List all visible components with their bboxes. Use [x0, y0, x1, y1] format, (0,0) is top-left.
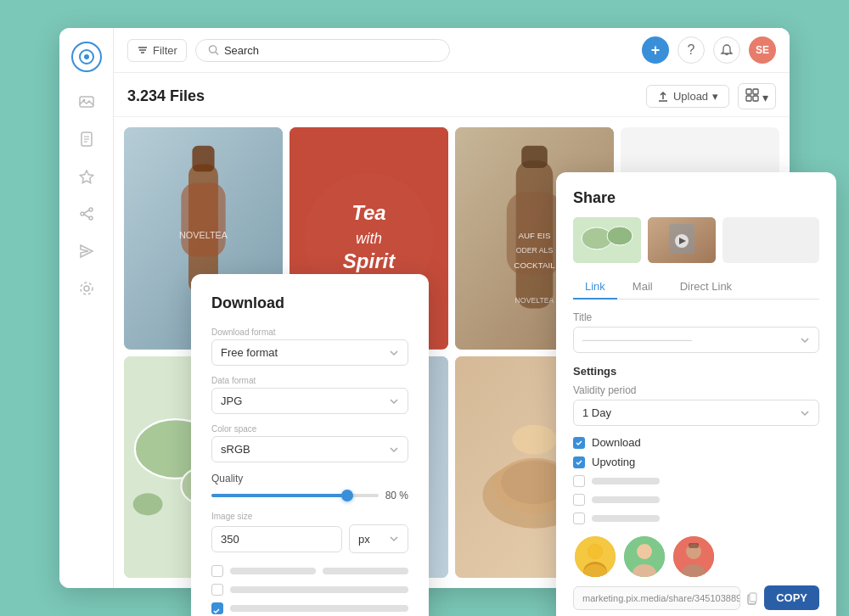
- share-avatar-2[interactable]: [622, 535, 666, 579]
- search-bar[interactable]: [195, 39, 450, 62]
- share-title-label: Title: [573, 311, 819, 323]
- svg-text:Tea: Tea: [351, 201, 385, 224]
- svg-point-10: [81, 212, 84, 216]
- share-checkbox-5-label: [592, 515, 660, 522]
- svg-marker-9: [80, 171, 93, 183]
- svg-rect-93: [689, 543, 699, 548]
- quality-slider[interactable]: [211, 494, 379, 497]
- share-link-row: marketing.pix.media/share/345103889634..…: [573, 585, 819, 610]
- share-link-input[interactable]: marketing.pix.media/share/345103889634..…: [573, 586, 740, 610]
- download-format-label: Download format: [211, 328, 408, 337]
- share-checkbox-5[interactable]: [573, 512, 585, 524]
- validity-value: 1 Day: [582, 406, 611, 419]
- svg-point-58: [133, 493, 163, 515]
- notifications-button[interactable]: [713, 36, 740, 64]
- image-unit-value: px: [358, 533, 370, 546]
- checkbox-2[interactable]: [211, 584, 223, 596]
- share-thumb-filler: [722, 217, 819, 263]
- color-space-select[interactable]: sRGB: [211, 436, 408, 462]
- checkbox-3[interactable]: [211, 602, 223, 614]
- search-input[interactable]: [224, 44, 437, 57]
- share-download-checkbox[interactable]: [573, 437, 585, 449]
- share-avatar-3[interactable]: [672, 535, 716, 579]
- image-size-row: px: [211, 524, 408, 553]
- files-header: 3.234 Files Upload ▾: [114, 73, 790, 117]
- share-checkbox-row-5[interactable]: [573, 512, 819, 524]
- share-tab-direct-link[interactable]: Direct Link: [668, 275, 744, 299]
- svg-text:COCKTAIL: COCKTAIL: [514, 260, 555, 270]
- download-format-select[interactable]: Free format: [211, 339, 408, 366]
- color-space-group: Color space sRGB: [211, 424, 408, 462]
- quality-value: 80 %: [385, 490, 408, 501]
- svg-text:NOVELTEA: NOVELTEA: [515, 296, 554, 305]
- validity-select[interactable]: 1 Day: [573, 400, 819, 426]
- share-download-row[interactable]: Download: [573, 436, 819, 449]
- svg-point-11: [89, 208, 93, 211]
- topbar-actions: + ? SE: [642, 36, 776, 64]
- share-upvoting-row[interactable]: Upvoting: [573, 456, 819, 468]
- color-space-value: sRGB: [221, 443, 250, 456]
- sidebar-item-share[interactable]: [70, 198, 103, 230]
- upload-label: Upload: [673, 90, 708, 103]
- data-format-select[interactable]: JPG: [211, 388, 408, 414]
- filter-label: Filter: [153, 44, 177, 57]
- share-tab-link[interactable]: Link: [573, 275, 617, 300]
- copy-button[interactable]: COPY: [764, 585, 819, 610]
- data-format-value: JPG: [221, 395, 242, 407]
- svg-line-19: [216, 52, 218, 54]
- settings-label: Settings: [573, 365, 819, 378]
- checkbox-1-label: [230, 568, 316, 574]
- svg-text:with: with: [356, 230, 382, 247]
- share-title-select[interactable]: ──────────────: [573, 327, 819, 353]
- svg-text:AUF EIS: AUF EIS: [518, 231, 551, 240]
- share-tabs: Link Mail Direct Link: [573, 275, 819, 300]
- svg-rect-22: [746, 89, 751, 94]
- svg-point-77: [607, 227, 633, 245]
- share-tab-mail[interactable]: Mail: [621, 275, 665, 299]
- image-unit-select[interactable]: px: [349, 524, 408, 553]
- sidebar-item-favorites[interactable]: [70, 160, 103, 193]
- sidebar-item-send[interactable]: [70, 235, 103, 267]
- sidebar-item-settings[interactable]: [70, 272, 103, 305]
- share-upvoting-label: Upvoting: [592, 456, 635, 468]
- view-toggle[interactable]: ▾: [738, 83, 776, 109]
- share-upvoting-checkbox[interactable]: [573, 456, 585, 468]
- svg-point-18: [209, 46, 216, 53]
- svg-point-12: [89, 216, 93, 220]
- share-modal-title: Share: [573, 189, 819, 207]
- svg-point-14: [81, 283, 93, 294]
- checkbox-row-1[interactable]: [211, 565, 408, 577]
- share-checkbox-row-3[interactable]: [573, 475, 819, 487]
- svg-point-2: [84, 54, 89, 59]
- share-checkbox-row-4[interactable]: [573, 494, 819, 506]
- app-logo[interactable]: [71, 42, 102, 72]
- svg-text:NOVELTEA: NOVELTEA: [179, 230, 228, 240]
- share-checkbox-4[interactable]: [573, 494, 585, 506]
- share-checkbox-3[interactable]: [573, 475, 585, 487]
- sidebar-item-files[interactable]: [70, 123, 103, 155]
- quality-group: Quality 80 %: [211, 473, 408, 501]
- main-window: Filter + ?: [59, 28, 790, 588]
- files-actions: Upload ▾ ▾: [646, 83, 776, 109]
- checkbox-1[interactable]: [211, 565, 223, 577]
- svg-rect-28: [192, 146, 214, 172]
- svg-rect-25: [753, 96, 758, 101]
- filter-button[interactable]: Filter: [127, 39, 187, 62]
- upload-button[interactable]: Upload ▾: [646, 85, 729, 108]
- download-modal-title: Download: [211, 294, 408, 312]
- svg-rect-39: [521, 146, 548, 168]
- svg-rect-23: [753, 89, 758, 94]
- checkbox-row-3[interactable]: [211, 602, 408, 614]
- image-size-input[interactable]: [211, 526, 342, 552]
- user-avatar[interactable]: SE: [749, 36, 776, 64]
- share-avatar-1[interactable]: [573, 535, 617, 579]
- share-checkbox-3-label: [592, 478, 660, 484]
- share-modal: Share Link M: [556, 172, 836, 616]
- sidebar-item-images[interactable]: [70, 86, 103, 118]
- checkbox-2-label: [230, 586, 408, 593]
- download-format-group: Download format Free format: [211, 328, 408, 366]
- add-button[interactable]: +: [642, 36, 669, 64]
- svg-point-13: [84, 286, 89, 291]
- help-button[interactable]: ?: [678, 36, 705, 64]
- checkbox-row-2[interactable]: [211, 584, 408, 596]
